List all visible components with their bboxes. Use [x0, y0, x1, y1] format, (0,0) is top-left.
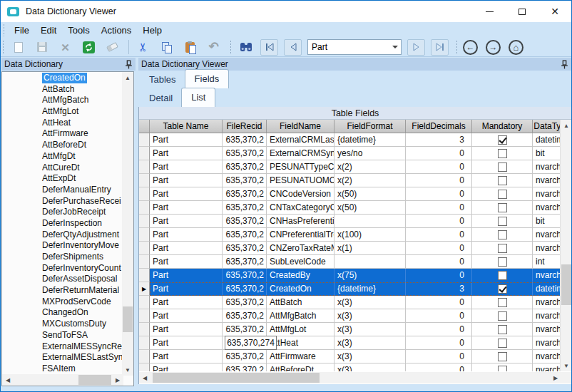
row-header[interactable]: [139, 187, 150, 201]
cell-table-name[interactable]: Part: [150, 133, 223, 147]
cell-file-recid[interactable]: 635,370,2: [223, 282, 267, 296]
grid-vertical-scrollbar[interactable]: ▲ ▼: [560, 120, 571, 371]
cell-file-recid[interactable]: 635,370,2: [223, 350, 267, 363]
table-row[interactable]: Part635,370,2ExternalCRMSynyes/no0bit: [139, 147, 571, 160]
cell-field-decimals[interactable]: 0: [406, 309, 472, 323]
cell-table-name[interactable]: Part: [150, 282, 223, 296]
cell-table-name[interactable]: Part: [150, 160, 223, 174]
cell-field-format[interactable]: {datetime}: [334, 282, 406, 296]
subtab-detail[interactable]: Detail: [141, 90, 181, 107]
cell-file-recid[interactable]: 635,370,2: [223, 228, 267, 242]
cell-field-name[interactable]: SubLevelCode: [267, 255, 334, 269]
move-next-button[interactable]: [407, 39, 425, 56]
current-row-indicator[interactable]: ▶: [139, 282, 150, 296]
scroll-right-icon[interactable]: ▶: [550, 372, 561, 383]
mandatory-checkbox[interactable]: [498, 284, 507, 294]
home-button[interactable]: ⌂: [509, 40, 524, 55]
scroll-down-icon[interactable]: ▼: [122, 364, 133, 376]
list-item[interactable]: AttFirmware: [2, 128, 123, 140]
list-item[interactable]: SendToFSA: [2, 330, 123, 341]
list-item[interactable]: DeferQtyAdjustment: [2, 229, 123, 241]
cell-mandatory[interactable]: [472, 363, 533, 371]
cell-table-name[interactable]: Part: [150, 228, 223, 242]
cell-field-format[interactable]: x(3): [334, 350, 406, 363]
column-header-fieldname[interactable]: FieldName: [267, 120, 334, 133]
list-item[interactable]: AttBeforeDt: [2, 140, 123, 151]
cell-table-name[interactable]: Part: [150, 296, 223, 309]
cell-file-recid[interactable]: 635,370,2: [223, 363, 267, 371]
mandatory-checkbox[interactable]: [498, 135, 507, 145]
cell-field-decimals[interactable]: 0: [406, 296, 472, 309]
cell-table-name[interactable]: Part: [150, 215, 223, 228]
cell-field-decimals[interactable]: 0: [406, 336, 472, 350]
cell-mandatory[interactable]: [472, 242, 533, 255]
cell-mandatory[interactable]: [472, 201, 533, 215]
table-row[interactable]: Part635,370,2CreatedByx(75)0nvarchar: [139, 269, 571, 282]
move-first-button[interactable]: [260, 39, 278, 56]
list-horizontal-scrollbar[interactable]: ◀ ▶: [2, 374, 123, 386]
table-row[interactable]: Part635,370,2CNHasPreferenti0bit: [139, 215, 571, 228]
cell-field-format[interactable]: x(1): [334, 242, 406, 255]
list-item[interactable]: AttMfgLot: [2, 106, 123, 118]
cell-table-name[interactable]: Part: [150, 255, 223, 269]
cell-field-format[interactable]: x(50): [334, 201, 406, 215]
cell-mandatory[interactable]: [472, 133, 533, 147]
tab-fields[interactable]: Fields: [185, 69, 230, 88]
mandatory-checkbox[interactable]: [498, 190, 507, 199]
cell-file-recid[interactable]: 635,370,2: [223, 133, 267, 147]
cell-field-format[interactable]: x(3): [334, 336, 406, 350]
mandatory-checkbox[interactable]: [498, 298, 507, 307]
table-row[interactable]: Part635,370,2AttBatchx(3)0nvarchar: [139, 296, 571, 309]
forward-button[interactable]: →: [486, 40, 501, 55]
row-header[interactable]: [139, 133, 150, 147]
cell-file-recid[interactable]: 635,370,2: [223, 269, 267, 282]
table-row[interactable]: Part635,370,2AttMfgBatchx(3)0nvarchar: [139, 309, 571, 323]
list-item[interactable]: DeferJobReceipt: [2, 207, 123, 218]
cell-field-decimals[interactable]: 0: [406, 160, 472, 174]
table-row[interactable]: Part635,370,2CNZeroTaxRateMx(1)0nvarchar: [139, 242, 571, 255]
scrollbar-thumb[interactable]: [561, 264, 571, 305]
table-row[interactable]: Part635,370,2SubLevelCode0int: [139, 255, 571, 269]
combobox-dropdown-button[interactable]: [389, 40, 401, 54]
column-header-fielddecimals[interactable]: FieldDecimals: [406, 120, 472, 133]
cell-mandatory[interactable]: [472, 228, 533, 242]
toolbar-grip-icon[interactable]: [456, 40, 458, 54]
row-header[interactable]: [139, 255, 150, 269]
cell-field-name[interactable]: CreatedOn: [267, 282, 334, 296]
cell-mandatory[interactable]: [472, 174, 533, 187]
cell-file-recid[interactable]: 635,370,2: [223, 255, 267, 269]
list-item[interactable]: MXCustomsDuty: [2, 319, 123, 330]
row-header[interactable]: [139, 242, 150, 255]
cell-table-name[interactable]: Part: [150, 187, 223, 201]
cell-mandatory[interactable]: [472, 296, 533, 309]
mandatory-checkbox[interactable]: [498, 339, 507, 348]
save-button[interactable]: [33, 39, 51, 56]
cell-table-name[interactable]: Part: [150, 336, 223, 350]
table-row[interactable]: Part635,370,2AttMfgLotx(3)0nvarchar: [139, 323, 571, 336]
column-header-filerecid[interactable]: FileRecid: [223, 120, 267, 133]
mandatory-checkbox[interactable]: [498, 203, 507, 212]
cell-mandatory[interactable]: [472, 336, 533, 350]
clear-button[interactable]: [103, 39, 121, 56]
cell-field-decimals[interactable]: 0: [406, 269, 472, 282]
cell-table-name[interactable]: Part: [150, 363, 223, 371]
subtab-list[interactable]: List: [181, 88, 215, 107]
list-item[interactable]: AttHeat: [2, 118, 123, 129]
list-vertical-scrollbar[interactable]: ▲ ▼: [122, 72, 133, 376]
record-combobox-input[interactable]: [308, 42, 389, 52]
cut-button[interactable]: ✂: [134, 39, 152, 56]
list-item[interactable]: MXProdServCode: [2, 296, 123, 308]
cell-table-name[interactable]: Part: [150, 147, 223, 160]
toolbar-grip-icon[interactable]: [230, 40, 232, 54]
cell-field-decimals[interactable]: 0: [406, 242, 472, 255]
list-item[interactable]: CreatedOn: [2, 73, 123, 84]
move-last-button[interactable]: [431, 39, 449, 56]
cell-field-name[interactable]: AttBatch: [267, 296, 334, 309]
mandatory-checkbox[interactable]: [498, 366, 507, 372]
scroll-right-icon[interactable]: ▶: [112, 374, 123, 386]
list-item[interactable]: AttCureDt: [2, 163, 123, 174]
cell-file-recid[interactable]: 635,370,2: [223, 215, 267, 228]
column-header-fieldformat[interactable]: FieldFormat: [334, 120, 406, 133]
toolbar-grip-icon[interactable]: [2, 40, 4, 54]
mandatory-checkbox[interactable]: [498, 325, 507, 334]
